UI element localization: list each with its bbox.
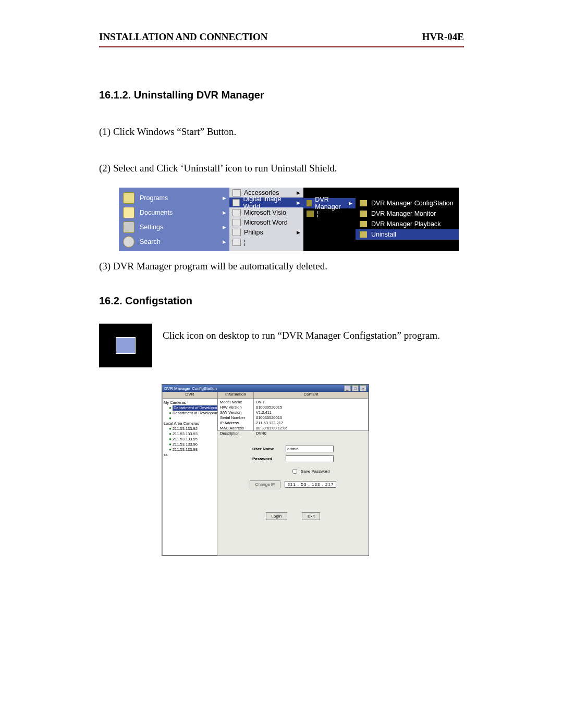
section-16-2-title: 16.2. Configstation [99,295,464,307]
dvr-submenu: DVR Manager▶¦ [303,188,356,251]
tree-node[interactable]: ● 211.53.133.95 [164,437,216,442]
login-button[interactable]: Login [266,512,288,520]
tree-node[interactable]: ● [164,416,216,421]
program-item[interactable]: ¦ [229,237,303,247]
info-header-right: Content [254,392,368,399]
change-ip-button[interactable]: Change IP [250,480,281,488]
ip-address-field[interactable]: 211 . 53 . 133 . 217 [285,481,336,488]
chevron-right-icon: ▶ [223,195,226,201]
section-16-1-2-title: 16.1.2. Uninstalling DVR Manager [99,89,464,101]
info-panel: Information Model NameH/W VersionS/W Ver… [217,392,369,431]
header-right: HVR-04E [422,31,464,43]
app-icon [360,211,367,217]
programs-submenu: Accessories▶Digital Image World▶Microsof… [229,188,303,251]
step-2: (2) Select and Click ‘Uninstall’ icon to… [99,163,464,174]
configstation-desktop-icon[interactable] [99,324,152,367]
tree-node[interactable]: ● 211.53.133.92 [164,426,216,431]
start-item-settings[interactable]: Settings ▶ [119,220,229,235]
username-label: User Name [252,447,280,451]
dvr-item[interactable]: ¦ [303,208,356,219]
info-key: H/W Version [220,405,251,410]
info-value: 00:30:a1:00:12:0e [256,426,366,431]
minimize-button[interactable]: _ [344,385,351,391]
maximize-button[interactable]: □ [352,385,359,391]
submenu-item[interactable]: DVR Manager Playback [356,219,459,229]
info-key: Serial Number [220,415,251,421]
step-1: (1) Click Windows “Start” Button. [99,126,464,138]
configstation-window: DVR Manager ConfigStation _ □ × DVR My C… [162,384,369,556]
tree-node[interactable]: ● Department of Development #1 [164,405,216,411]
submenu-item[interactable]: Uninstall [356,229,459,240]
chevron-right-icon: ▶ [223,225,226,230]
program-item[interactable]: Microsoft Visio [229,207,303,217]
program-icon [232,229,241,236]
programs-icon [123,192,134,204]
section-16-2-text: Click icon on desktop to run “DVR Manage… [163,324,440,341]
tree-node[interactable]: ● 211.53.133.96 [164,442,216,447]
chevron-right-icon: ▶ [223,210,226,215]
chevron-right-icon: ▶ [349,201,352,206]
header-left: INSTALLATION AND CONNECTION [99,31,267,43]
save-password-checkbox[interactable] [292,469,297,474]
search-icon [123,236,134,248]
header-rule [99,46,464,47]
info-value: 010030520015 [256,415,366,421]
exit-button[interactable]: Exit [302,512,320,520]
info-value: 211.53.133.217 [256,421,366,426]
window-titlebar: DVR Manager ConfigStation _ □ × [162,385,369,392]
program-icon [232,189,241,196]
close-button[interactable]: × [360,385,366,391]
program-item[interactable]: Digital Image World▶ [229,198,303,207]
info-value: 010030520015 [256,405,366,410]
folder-icon [307,211,314,217]
dvr-manager-submenu: DVR Manager ConfigStationDVR Manager Mon… [356,188,459,251]
password-label: Password [252,456,280,461]
app-icon [116,337,136,354]
password-input[interactable] [286,455,334,462]
tree-header: DVR [163,392,217,399]
chevron-right-icon: ▶ [223,239,226,244]
window-title: DVR Manager ConfigStation [164,386,217,391]
submenu-item[interactable]: DVR Manager ConfigStation [356,198,459,208]
start-left-col: Programs ▶ Documents ▶ Settings ▶ Search… [119,188,229,251]
info-value: DVR [256,400,366,405]
submenu-item[interactable]: DVR Manager Monitor [356,208,459,219]
dvr-tree[interactable]: My Cameras● Department of Development #1… [163,399,217,459]
program-icon [232,239,241,246]
info-key: S/W Version [220,410,251,415]
program-icon [232,209,241,216]
program-icon [232,199,240,206]
chevron-right-icon: ▶ [297,190,300,195]
tree-node[interactable]: ss [164,452,216,458]
documents-icon [123,207,134,218]
settings-icon [123,221,134,233]
start-item-documents[interactable]: Documents ▶ [119,205,229,220]
app-icon [360,231,367,238]
info-key: MAC Address [220,426,251,431]
program-icon [232,219,241,226]
info-key: Model Name [220,400,251,405]
start-item-search[interactable]: Search ▶ [119,235,229,249]
info-header-left: Information [218,392,253,399]
program-item[interactable]: Microsoft Word [229,217,303,227]
start-menu-screenshot: Programs ▶ Documents ▶ Settings ▶ Search… [119,188,459,251]
tree-node[interactable]: ● 211.53.133.98 [164,447,216,452]
app-icon [360,200,367,206]
tree-node[interactable]: ● 211.53.133.93 [164,431,216,437]
info-key: IP Address [220,421,251,426]
program-item[interactable]: Philips▶ [229,227,303,237]
save-password-label: Save Password [301,469,330,474]
chevron-right-icon: ▶ [297,230,300,235]
folder-icon [307,200,312,206]
app-icon [360,221,367,227]
tree-node[interactable]: My Cameras [164,400,216,405]
step-3: (3) DVR Manager program will be automati… [99,261,464,272]
tree-node[interactable]: ● Department of Development #2 [164,411,216,416]
start-item-programs[interactable]: Programs ▶ [119,191,229,205]
info-value: V1.0.411 [256,410,366,415]
login-area: User Name Password Save Password Ch [217,431,369,556]
chevron-right-icon: ▶ [297,200,300,205]
dvr-item[interactable]: DVR Manager▶ [303,198,356,208]
username-input[interactable] [286,446,334,452]
tree-node[interactable]: Local Area Cameras [164,421,216,426]
